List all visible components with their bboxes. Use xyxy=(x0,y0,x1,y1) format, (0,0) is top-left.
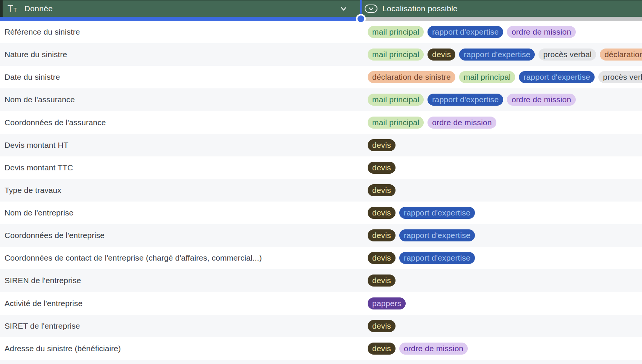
tag-pill: procès verbal xyxy=(539,49,596,61)
localisation-cell[interactable]: devis xyxy=(363,269,642,292)
donnee-cell[interactable]: Référence du sinistre xyxy=(0,21,363,43)
table-row: Nom de l'entreprise devisrapport d'exper… xyxy=(0,202,642,224)
localisation-cell[interactable]: devis xyxy=(363,156,642,179)
tag-pill: ordre de mission xyxy=(507,26,575,38)
tag-pill: ordre de mission xyxy=(399,343,468,355)
donnee-cell[interactable]: Coordonnées de l'assurance xyxy=(0,111,363,134)
row-label: Coordonnées de contact de l'entreprise (… xyxy=(5,253,262,262)
table-body: Référence du sinistre mail principalrapp… xyxy=(0,21,642,364)
column-title-localisation: Localisation possible xyxy=(382,4,458,13)
tag-pill: devis xyxy=(368,343,396,355)
table-row: Nature du sinistre mail principaldevisra… xyxy=(0,43,642,66)
tag-pill: mail principal xyxy=(459,71,515,83)
table-row: Coordonnées de l'assurance mail principa… xyxy=(0,111,642,134)
localisation-cell[interactable]: mail principalrapport d'expertiseordre d… xyxy=(363,21,642,43)
localisation-cell[interactable]: mail principalrapport d'expertiseordre d… xyxy=(363,88,642,111)
table-row: Adresse du sinistre (bénéficiaire) devis… xyxy=(0,337,642,360)
localisation-cell[interactable]: devisordre de mission xyxy=(363,337,642,360)
row-label: Coordonnées de l'assurance xyxy=(5,118,106,127)
localisation-cell[interactable]: devis xyxy=(363,179,642,202)
row-label: Activité de l'entreprise xyxy=(5,299,82,308)
donnee-cell[interactable]: Date du sinistre xyxy=(0,66,363,88)
row-label: Devis montant HT xyxy=(5,141,68,150)
column-resize-handle[interactable] xyxy=(356,14,366,24)
tag-pill: devis xyxy=(368,184,396,196)
localisation-cell[interactable]: pappers xyxy=(363,292,642,315)
text-type-icon: TT xyxy=(8,4,17,13)
column-header-donnee[interactable]: TT Donnée xyxy=(0,0,360,17)
row-label: SIREN de l'entreprise xyxy=(5,276,81,285)
tag-pill: rapport d'expertise xyxy=(427,26,503,38)
column-title-donnee: Donnée xyxy=(24,4,53,13)
tag-pill: ordre de mission xyxy=(427,117,496,129)
tag-pill: rapport d'expertise xyxy=(399,252,475,264)
table-row: Activité de l'entreprise pappers xyxy=(0,292,642,315)
chevron-down-icon[interactable] xyxy=(339,4,348,15)
table-row: Coordonnées de contact de l'entreprise (… xyxy=(0,247,642,269)
donnee-cell[interactable]: Activité de l'entreprise xyxy=(0,292,363,315)
tag-pill: rapport d'expertise xyxy=(459,49,535,61)
tag-pill: rapport d'expertise xyxy=(427,94,503,106)
donnee-cell[interactable]: Nom de l'entreprise xyxy=(0,202,363,224)
tag-pill: mail principal xyxy=(368,26,424,38)
donnee-cell[interactable]: SIRET de l'entreprise xyxy=(0,315,363,337)
tag-pill: devis xyxy=(368,275,396,287)
tag-pill: procès verbal xyxy=(598,71,642,83)
tag-pill: rapport d'expertise xyxy=(399,207,475,219)
donnee-cell[interactable]: Type de travaux xyxy=(0,179,363,202)
localisation-cell[interactable]: mail principalordre de mission xyxy=(363,111,642,134)
donnee-cell[interactable]: Coordonnées de l'entreprise xyxy=(0,224,363,247)
localisation-cell[interactable]: devisrapport d'expertise xyxy=(363,247,642,269)
tag-pill: mail principal xyxy=(368,49,424,61)
donnee-cell[interactable]: Nom de l'assurance xyxy=(0,88,363,111)
tag-pill: pappers xyxy=(368,297,406,309)
table-row: Nom de l'assurance mail principalrapport… xyxy=(0,88,642,111)
row-label: Nom de l'assurance xyxy=(5,95,75,104)
tag-pill: mail principal xyxy=(368,117,424,129)
table-header: TT Donnée Localisation possible xyxy=(0,0,642,17)
localisation-cell[interactable]: déclaration de sinistremail principalrap… xyxy=(363,66,642,88)
row-label: SIRET de l'entreprise xyxy=(5,322,80,331)
donnee-cell[interactable]: Nature du sinistre xyxy=(0,43,363,66)
row-label: Nom de l'entreprise xyxy=(5,208,73,217)
row-label: Nature du sinistre xyxy=(5,50,67,59)
donnee-cell[interactable]: Devis montant TTC xyxy=(0,156,363,179)
localisation-cell[interactable]: mail principaldevisrapport d'expertisepr… xyxy=(363,43,642,66)
tag-pill: devis xyxy=(368,252,396,264)
tag-pill: rapport d'expertise xyxy=(519,71,595,83)
select-type-icon xyxy=(364,4,378,14)
table-row: Devis montant HT devis xyxy=(0,134,642,156)
donnee-cell[interactable]: Devis montant HT xyxy=(0,134,363,156)
donnee-cell[interactable]: SIREN de l'entreprise xyxy=(0,269,363,292)
localisation-cell[interactable]: devis xyxy=(363,134,642,156)
row-label: Date du sinistre xyxy=(5,73,60,82)
tag-pill: devis xyxy=(368,229,396,241)
row-label: Adresse du sinistre (bénéficiaire) xyxy=(5,344,121,353)
table-row: Type de travaux devis xyxy=(0,179,642,202)
table-row: Coordonnées de l'entreprise devisrapport… xyxy=(0,224,642,247)
tag-pill: devis xyxy=(368,162,396,174)
localisation-cell[interactable]: devisrapport d'expertise xyxy=(363,202,642,224)
localisation-cell[interactable]: devisrapport d'expertise xyxy=(363,224,642,247)
tag-pill: devis xyxy=(427,49,455,61)
tag-pill: devis xyxy=(368,207,396,219)
table-row: Devis montant TTC devis xyxy=(0,156,642,179)
donnee-cell[interactable]: Coordonnées de contact de l'entreprise (… xyxy=(0,247,363,269)
tag-pill: déclaration de sinistre xyxy=(368,71,455,83)
localisation-cell[interactable]: devis xyxy=(363,315,642,337)
tag-pill: devis xyxy=(368,320,396,332)
tag-pill: devis xyxy=(368,139,396,151)
table-row: SIRET de l'entreprise devis xyxy=(0,315,642,337)
row-label: Devis montant TTC xyxy=(5,163,73,172)
column-header-localisation[interactable]: Localisation possible xyxy=(360,0,642,17)
tag-pill: mail principal xyxy=(368,94,424,106)
donnee-cell[interactable]: Adresse du sinistre (bénéficiaire) xyxy=(0,337,363,360)
tag-pill: déclaration de sinistre xyxy=(600,49,642,61)
row-label: Coordonnées de l'entreprise xyxy=(5,231,105,240)
table-row: Référence du sinistre mail principalrapp… xyxy=(0,21,642,43)
table-row: Date du sinistre déclaration de sinistre… xyxy=(0,66,642,88)
row-label: Type de travaux xyxy=(5,186,61,195)
header-bottom-divider xyxy=(362,17,642,21)
table-row: SIREN de l'entreprise devis xyxy=(0,269,642,292)
selected-column-underline xyxy=(0,17,362,21)
